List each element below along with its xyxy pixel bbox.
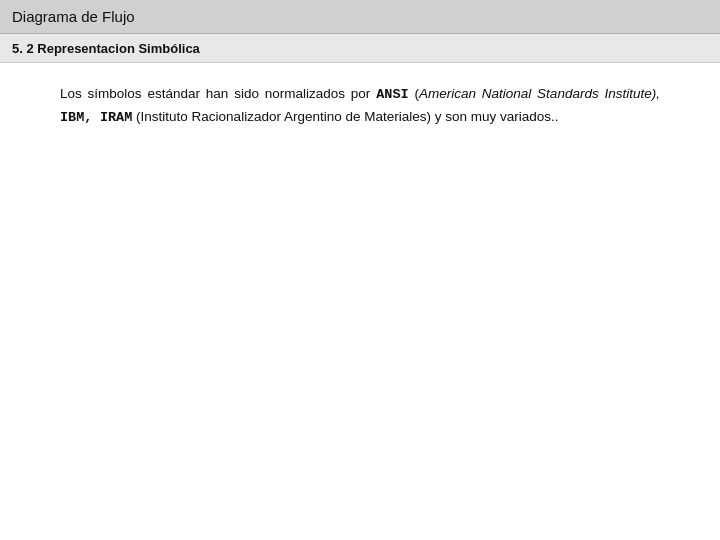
ibm-label: IBM, <box>60 110 92 125</box>
iram-label: IRAM <box>100 110 132 125</box>
section-title: 5. 2 Representacion Simbólica <box>12 41 200 56</box>
page-header: Diagrama de Flujo <box>0 0 720 34</box>
section-subheader: 5. 2 Representacion Simbólica <box>0 34 720 63</box>
main-content: Los símbolos estándar han sido normaliza… <box>0 63 720 148</box>
ansi-label: ANSI <box>376 87 408 102</box>
page-title: Diagrama de Flujo <box>12 8 135 25</box>
american-national-label: American National Standards Institute <box>419 86 652 101</box>
italic-comma: ), <box>652 86 660 101</box>
body-paragraph: Los símbolos estándar han sido normaliza… <box>60 83 660 128</box>
